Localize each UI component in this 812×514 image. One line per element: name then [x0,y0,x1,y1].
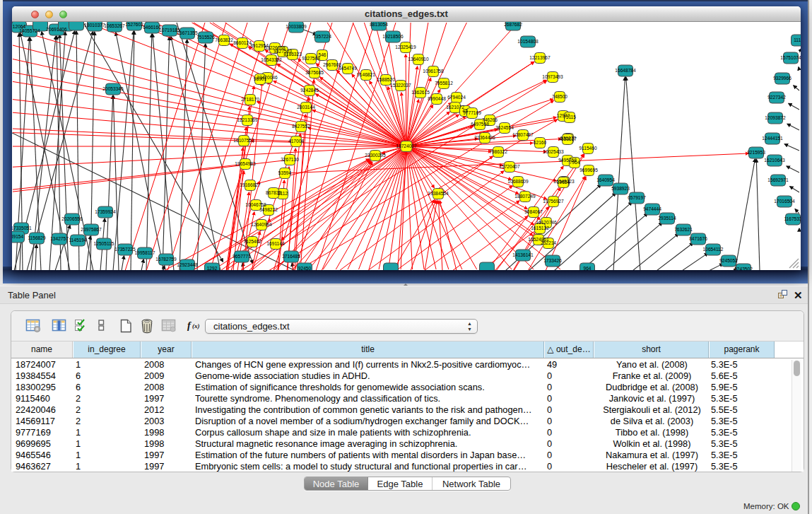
svg-text:16543382: 16543382 [261,57,282,62]
svg-text:8813054: 8813054 [370,22,388,27]
svg-text:748500: 748500 [552,94,567,99]
svg-text:6579197: 6579197 [628,195,646,200]
svg-text:39154: 39154 [12,234,23,239]
svg-text:7625402: 7625402 [243,239,261,244]
svg-text:8990448: 8990448 [428,96,446,101]
svg-text:6794024: 6794024 [447,95,466,100]
svg-text:8660124: 8660124 [233,40,252,45]
svg-text:23975867: 23975867 [81,227,102,232]
svg-text:1621072: 1621072 [446,105,464,110]
svg-text:2935114: 2935114 [658,216,676,221]
svg-text:15720407: 15720407 [499,164,520,169]
svg-text:1588520: 1588520 [377,77,395,82]
svg-text:1691144: 1691144 [266,241,285,246]
svg-text:9777169: 9777169 [463,110,481,115]
svg-text:9227342: 9227342 [767,95,786,100]
svg-text:10033809: 10033809 [286,24,307,29]
svg-text:9329966: 9329966 [773,76,792,81]
svg-text:9243502: 9243502 [734,267,753,270]
svg-text:16671355: 16671355 [177,30,198,35]
svg-text:21364436: 21364436 [474,135,495,140]
svg-text:6497568: 6497568 [471,122,489,127]
svg-text:546: 546 [318,52,326,57]
svg-text:7663822: 7663822 [215,37,233,42]
svg-text:3875685: 3875685 [305,70,324,75]
svg-text:3716485: 3716485 [282,254,300,259]
svg-text:1292: 1292 [207,266,218,270]
svg-text:16107553: 16107553 [233,138,254,143]
svg-text:20691406: 20691406 [46,27,67,32]
svg-text:9245052: 9245052 [719,258,738,263]
svg-text:8186323: 8186323 [283,52,302,57]
svg-text:9084067: 9084067 [524,209,543,214]
svg-text:75115: 75115 [563,115,576,119]
svg-text:14055724: 14055724 [19,28,40,33]
svg-text:7955812: 7955812 [435,81,453,86]
svg-text:1145194: 1145194 [69,238,87,243]
svg-text:92450: 92450 [298,266,312,270]
svg-text:9327508: 9327508 [302,56,320,61]
svg-text:2687682: 2687682 [504,22,522,27]
svg-text:9242845: 9242845 [300,88,319,93]
svg-text:10807487: 10807487 [512,132,534,137]
svg-text:867833: 867833 [266,190,281,195]
svg-text:10654112: 10654112 [703,247,724,252]
svg-text:746266: 746266 [482,117,498,122]
svg-text:17335051: 17335051 [12,226,32,230]
svg-text:9115460: 9115460 [579,146,597,151]
svg-text:15692971: 15692971 [767,177,789,182]
svg-text:4653627: 4653627 [558,136,577,141]
svg-text:5938923: 5938923 [611,186,630,191]
svg-text:23300295: 23300295 [365,153,386,158]
svg-text:10653267: 10653267 [104,23,125,28]
svg-text:7632621: 7632621 [674,227,693,232]
svg-text:1167533: 1167533 [784,216,801,221]
svg-text:53594: 53594 [278,170,292,175]
svg-text:16120746: 16120746 [536,220,557,225]
svg-text:417004: 417004 [288,139,304,144]
svg-text:15322037: 15322037 [390,83,411,88]
svg-text:1362615: 1362615 [411,90,430,95]
svg-text:6466160: 6466160 [143,25,161,30]
svg-text:1733426: 1733426 [543,258,562,263]
svg-text:9657771: 9657771 [233,254,251,259]
svg-text:10046758: 10046758 [245,202,266,207]
svg-text:(x): (x) [192,322,200,329]
svg-text:18010377: 18010377 [84,23,105,28]
svg-text:12640994: 12640994 [251,222,272,227]
svg-text:12444151: 12444151 [762,136,783,141]
svg-text:20206556: 20206556 [61,216,83,221]
svg-text:9474444: 9474444 [643,206,661,211]
svg-text:964: 964 [583,266,591,270]
svg-text:19384554: 19384554 [428,191,449,196]
svg-text:17359924: 17359924 [95,209,116,214]
svg-text:8427552: 8427552 [292,124,310,129]
svg-text:1640954: 1640954 [596,177,615,182]
svg-text:2718170: 2718170 [241,97,259,102]
svg-text:19756927: 19756927 [543,199,564,204]
svg-text:15751074: 15751074 [780,55,801,60]
svg-text:12325419: 12325419 [395,45,416,49]
svg-text:10025433: 10025433 [543,149,564,154]
svg-text:3498222: 3498222 [259,207,278,212]
svg-text:1156829: 1156829 [28,235,46,240]
svg-text:9146821: 9146821 [357,72,375,77]
svg-text:10961758: 10961758 [423,69,444,74]
svg-text:17016504: 17016504 [774,199,795,204]
svg-text:18807249: 18807249 [514,194,536,199]
svg-text:16648784: 16648784 [615,68,636,73]
svg-text:10154808: 10154808 [517,39,539,44]
svg-text:7964: 7964 [570,160,580,165]
svg-text:19218506: 19218506 [382,34,404,39]
svg-text:18724007: 18724007 [396,144,417,148]
svg-text:12213967: 12213967 [529,55,551,60]
svg-text:16782759: 16782759 [155,257,177,262]
svg-text:20053346: 20053346 [102,86,124,91]
svg-text:1527602: 1527602 [125,22,143,27]
svg-text:12923448: 12923448 [177,262,198,267]
svg-text:19166827: 19166827 [240,182,261,187]
svg-text:8454749: 8454749 [339,66,357,71]
svg-text:10688609: 10688609 [507,179,529,184]
svg-text:12093872: 12093872 [765,115,786,120]
svg-text:3624554: 3624554 [495,125,514,130]
